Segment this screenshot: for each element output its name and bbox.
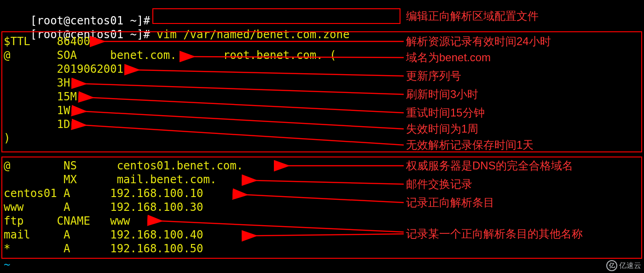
annotation-a-record: 记录正向解析条目 bbox=[406, 196, 494, 209]
highlight-box-cmd bbox=[152, 8, 400, 24]
annotation-minimum: 无效解析记录保存时间1天 bbox=[406, 138, 534, 152]
annotation-serial: 更新序列号 bbox=[406, 69, 461, 83]
highlight-box-block1 bbox=[1, 31, 642, 152]
annotation-refresh: 刷新时间3小时 bbox=[406, 87, 478, 101]
terminal-screen: [root@centos01 ~]# [root@centos01 ~]# vi… bbox=[0, 0, 644, 273]
watermark-icon: 亿 bbox=[606, 260, 617, 271]
annotation-mx: 邮件交换记录 bbox=[406, 177, 472, 191]
watermark: 亿 亿速云 bbox=[606, 260, 641, 271]
watermark-label: 亿速云 bbox=[619, 261, 641, 271]
annotation-expire: 失效时间为1周 bbox=[406, 122, 478, 136]
annotation-edit-zone-file: 编辑正向解析区域配置文件 bbox=[406, 9, 539, 23]
annotation-ttl: 解析资源记录有效时间24小时 bbox=[406, 35, 551, 48]
vim-tilde-line: ~ bbox=[4, 258, 10, 272]
annotation-ns: 权威服务器是DNS的完全合格域名 bbox=[406, 159, 573, 173]
prompt-line-0: [root@centos01 ~]# bbox=[4, 0, 150, 14]
annotation-domain: 域名为benet.com bbox=[406, 51, 491, 64]
annotation-cname: 记录某一个正向解析条目的其他名称 bbox=[406, 227, 583, 241]
annotation-retry: 重试时间15分钟 bbox=[406, 106, 485, 120]
